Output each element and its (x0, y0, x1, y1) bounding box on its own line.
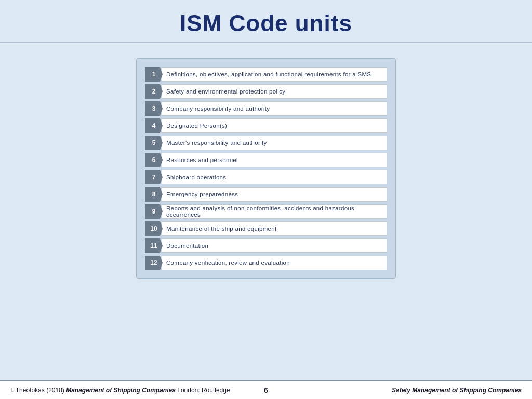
list-item: 8Emergency preparedness (145, 187, 387, 202)
item-text: Shipboard operations (166, 174, 226, 180)
item-text-box: Resources and personnel (162, 153, 387, 167)
header-divider (0, 42, 532, 43)
main-content: 1Definitions, objectives, application an… (0, 48, 532, 380)
item-number: 9 (145, 204, 163, 219)
footer-page-number: 6 (264, 386, 268, 394)
list-item: 12Company verification, review and evalu… (145, 256, 387, 270)
list-item: 2Safety and environmental protection pol… (145, 84, 387, 99)
item-text-box: Safety and environmental protection poli… (162, 84, 387, 99)
list-item: 5Master's responsibility and authority (145, 136, 387, 150)
item-text: Definitions, objectives, application and… (166, 71, 371, 77)
item-number: 12 (145, 256, 163, 270)
item-text: Resources and personnel (166, 157, 238, 163)
footer-author: I. Theotokas (2018) (10, 387, 64, 394)
page-title: ISM Code units (0, 10, 532, 36)
list-item: 11Documentation (145, 238, 387, 253)
footer-book-title: Management of Shipping Companies (66, 387, 176, 394)
list-item: 3Company responsibility and authority (145, 101, 387, 116)
list-item: 1Definitions, objectives, application an… (145, 67, 387, 82)
item-number: 4 (145, 118, 163, 133)
item-text: Emergency preparedness (166, 191, 238, 197)
item-number: 6 (145, 153, 163, 167)
item-text-box: Documentation (162, 238, 387, 253)
item-number: 8 (145, 187, 163, 202)
item-text: Master's responsibility and authority (166, 140, 267, 146)
item-number: 1 (145, 67, 163, 82)
footer: I. Theotokas (2018) Management of Shippi… (0, 380, 532, 399)
list-item: 6Resources and personnel (145, 153, 387, 167)
item-text-box: Designated Person(s) (162, 118, 387, 133)
item-text: Company verification, review and evaluat… (166, 260, 290, 266)
footer-right-text: Safety Management of Shipping Companies (392, 387, 522, 394)
item-number: 7 (145, 170, 163, 184)
item-text: Safety and environmental protection poli… (166, 88, 285, 95)
item-text: Designated Person(s) (166, 123, 227, 129)
item-number: 3 (145, 101, 163, 116)
list-item: 9Reports and analysis of non-conformitie… (145, 204, 387, 219)
item-text-box: Company verification, review and evaluat… (162, 256, 387, 270)
item-text-box: Maintenance of the ship and equipment (162, 221, 387, 236)
item-number: 2 (145, 84, 163, 99)
item-text-box: Definitions, objectives, application and… (162, 67, 387, 82)
item-text: Reports and analysis of non-conformities… (166, 205, 387, 218)
item-text-box: Reports and analysis of non-conformities… (162, 204, 387, 219)
footer-left: I. Theotokas (2018) Management of Shippi… (10, 387, 392, 394)
list-item: 7Shipboard operations (145, 170, 387, 184)
item-number: 11 (145, 238, 163, 253)
item-text-box: Company responsibility and authority (162, 101, 387, 116)
item-number: 10 (145, 221, 163, 236)
ism-list-container: 1Definitions, objectives, application an… (136, 58, 396, 279)
item-number: 5 (145, 136, 163, 150)
item-text: Company responsibility and authority (166, 105, 270, 112)
header: ISM Code units (0, 0, 532, 48)
item-text: Maintenance of the ship and equipment (166, 225, 277, 232)
item-text-box: Shipboard operations (162, 170, 387, 184)
item-text-box: Master's responsibility and authority (162, 136, 387, 150)
footer-publisher: London: Routledge (177, 387, 230, 394)
list-item: 4Designated Person(s) (145, 118, 387, 133)
item-text: Documentation (166, 243, 208, 249)
item-text-box: Emergency preparedness (162, 187, 387, 202)
list-item: 10Maintenance of the ship and equipment (145, 221, 387, 236)
